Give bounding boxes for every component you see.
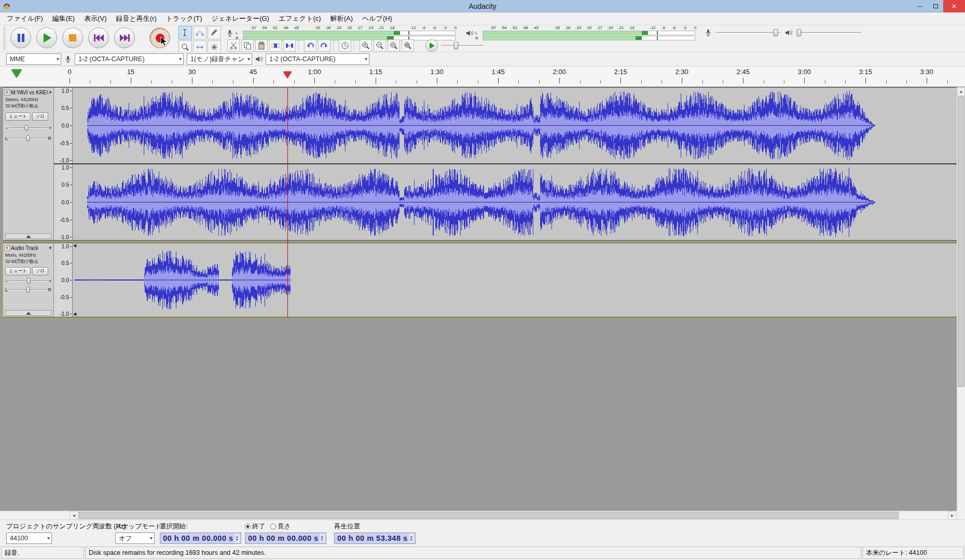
envelope-tool-button[interactable] — [193, 26, 206, 39]
spinner-icon[interactable]: ▲▼ — [320, 534, 325, 543]
paste-button[interactable] — [255, 39, 268, 52]
pan-slider[interactable]: L R — [5, 135, 51, 142]
track-close-button[interactable]: × — [4, 90, 10, 95]
mute-button[interactable]: ミュート — [5, 113, 31, 121]
sync-lock-button[interactable] — [339, 39, 351, 52]
meter-bar-left — [243, 31, 456, 35]
track-close-button[interactable]: × — [4, 245, 10, 251]
menu-item[interactable]: ジェネレーター(G) — [207, 12, 274, 25]
stop-button[interactable] — [62, 27, 83, 48]
track-name[interactable]: Audio Track — [11, 245, 48, 251]
ruler-label: 2:00 — [553, 68, 566, 76]
skip-to-start-button[interactable] — [88, 27, 109, 48]
playback-position-field[interactable]: 00 h 00 m 53.348 s ▲▼ — [334, 533, 416, 544]
menu-item[interactable]: 表示(V) — [79, 12, 111, 25]
length-radio[interactable]: 長さ — [270, 522, 291, 531]
redo-button[interactable] — [318, 39, 330, 52]
clock-icon — [341, 41, 349, 50]
mono-audio-track[interactable]: × Audio Track ▼ Mono, 44100Hz 32-bit浮動小数… — [3, 243, 957, 317]
menu-item[interactable]: ヘルプ(H) — [357, 12, 397, 25]
toolbar-grip[interactable] — [3, 27, 6, 50]
solo-button[interactable]: ソロ — [32, 267, 48, 275]
recording-position-marker[interactable] — [283, 72, 292, 78]
zoom-in-button[interactable] — [360, 39, 372, 52]
zoom-out-button[interactable] — [374, 39, 386, 52]
vertical-ruler[interactable]: 1.00.50.0-0.5-1.0 — [54, 243, 73, 317]
menu-bar: ファイル(F)編集(E)表示(V)録音と再生(r)トラック(T)ジェネレーター(… — [0, 12, 965, 25]
recording-meter[interactable]: -57-54-51-48-45-39-36-33-30-27-24-21-18-… — [226, 25, 459, 41]
snap-mode-dropdown[interactable]: オフ▾ — [115, 533, 155, 544]
vertical-ruler-label: -0.5 — [60, 294, 69, 300]
horizontal-scrollbar[interactable]: ◄ ► — [0, 511, 957, 520]
silence-selection-button[interactable] — [283, 39, 296, 52]
track-collapse-button[interactable] — [5, 233, 51, 239]
stereo-audio-track[interactable]: × M:YAVt vs KREV ▼ Stereo, 44100Hz 32-bi… — [3, 87, 957, 241]
minimize-button[interactable]: – — [912, 0, 928, 12]
end-radio[interactable]: 終了 — [245, 522, 265, 531]
scroll-left-arrow[interactable]: ◄ — [70, 511, 78, 520]
ruler-tick — [518, 80, 519, 83]
pan-slider[interactable]: L R — [5, 287, 51, 293]
pause-button[interactable] — [10, 27, 31, 48]
project-rate-dropdown[interactable]: 44100▾ — [6, 533, 52, 544]
ruler-tick — [600, 80, 601, 83]
recording-device-dropdown[interactable]: 1-2 (OCTA-CAPTURE)▾ — [75, 53, 184, 65]
track-name[interactable]: M:YAVt vs KREV — [11, 90, 48, 95]
scroll-up-arrow[interactable]: ▲ — [957, 87, 965, 96]
playback-speed-slider[interactable] — [441, 41, 484, 50]
vertical-scrollbar[interactable]: ▲ ▼ — [957, 87, 965, 520]
mute-button[interactable]: ミュート — [5, 267, 31, 275]
track-menu-arrow-icon[interactable]: ▼ — [48, 90, 52, 95]
ruler-label: 30 — [188, 68, 196, 76]
trim-outside-selection-button[interactable] — [269, 39, 282, 52]
menu-item[interactable]: ファイル(F) — [2, 12, 48, 25]
cut-button[interactable] — [227, 39, 240, 52]
close-button[interactable]: × — [943, 0, 965, 12]
input-volume-slider[interactable] — [716, 29, 781, 37]
vertical-ruler-label: -1.0 — [60, 311, 69, 317]
skip-to-end-button[interactable] — [114, 27, 135, 48]
fit-project-button[interactable] — [402, 39, 414, 52]
gain-plus-label: + — [49, 125, 51, 131]
track-collapse-button[interactable] — [5, 310, 51, 316]
recording-channels-dropdown[interactable]: 1(モノ)録音チャン▾ — [187, 53, 252, 65]
gain-slider[interactable]: − + — [5, 278, 51, 284]
menu-item[interactable]: 録音と再生(r) — [112, 12, 161, 25]
play-at-speed-button[interactable] — [425, 39, 438, 52]
pinned-play-head-icon[interactable] — [11, 69, 22, 78]
channel-divider — [54, 163, 957, 164]
spinner-icon[interactable]: ▲▼ — [409, 534, 415, 543]
spinner-icon[interactable]: ▲▼ — [235, 534, 240, 543]
scroll-right-arrow[interactable]: ► — [948, 511, 957, 520]
draw-tool-button[interactable] — [208, 26, 221, 39]
gain-minus-label: − — [5, 125, 8, 131]
maximize-button[interactable] — [928, 0, 943, 12]
playback-device-dropdown[interactable]: 1-2 (OCTA-CAPTURE)▾ — [266, 53, 369, 65]
playback-meter[interactable]: -57-54-51-48-45-39-36-33-30-27-24-21-18-… — [466, 25, 698, 41]
timeline-ruler[interactable]: 01530451:001:151:301:452:002:152:302:453… — [0, 66, 965, 87]
vertical-scroll-thumb[interactable] — [958, 96, 964, 387]
copy-button[interactable] — [241, 39, 254, 52]
selection-end-field[interactable]: 00 h 00 m 00.000 s ▲▼ — [245, 533, 326, 544]
track-menu-arrow-icon[interactable]: ▼ — [48, 246, 52, 250]
menu-item[interactable]: 解析(A) — [326, 12, 357, 25]
menu-item[interactable]: エフェクト(c) — [274, 12, 326, 25]
play-button[interactable] — [36, 27, 57, 48]
horizontal-scroll-thumb[interactable] — [79, 512, 899, 519]
gain-slider[interactable]: − + — [5, 125, 51, 131]
menu-item[interactable]: トラック(T) — [161, 12, 207, 25]
menu-item[interactable]: 編集(E) — [48, 12, 79, 25]
selection-tool-button[interactable] — [178, 26, 192, 39]
audio-host-dropdown[interactable]: MME▾ — [6, 53, 61, 65]
recording-cursor-line — [287, 87, 288, 317]
selection-start-field[interactable]: 00 h 00 m 00.000 s ▲▼ — [160, 533, 241, 544]
ruler-tick — [90, 80, 90, 83]
waveform-display[interactable]: ◀ ◀ — [73, 243, 957, 317]
output-volume-speaker-icon — [785, 29, 792, 36]
ruler-label: 2:30 — [676, 68, 688, 76]
solo-button[interactable]: ソロ — [32, 113, 48, 121]
fit-selection-button[interactable] — [388, 39, 400, 52]
vertical-ruler-tick — [70, 202, 72, 203]
undo-button[interactable] — [304, 39, 316, 52]
output-volume-slider[interactable] — [796, 29, 861, 37]
